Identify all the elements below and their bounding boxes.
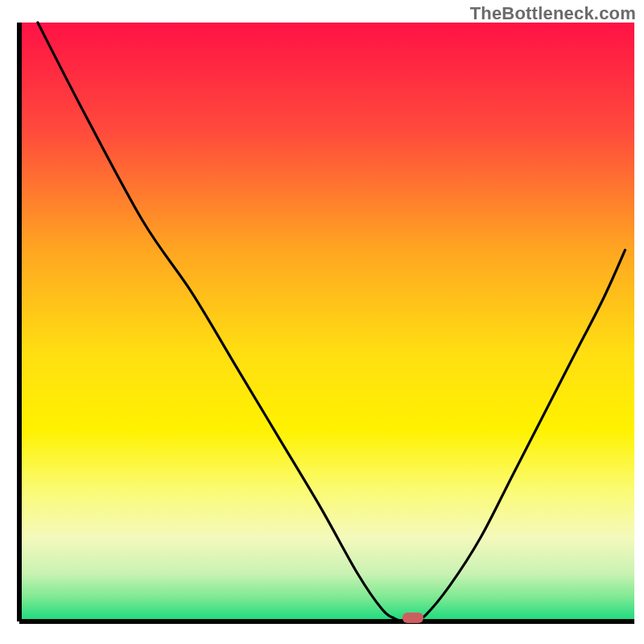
chart-container: TheBottleneck.com (0, 0, 644, 644)
watermark-label: TheBottleneck.com (470, 3, 636, 24)
plot-background (19, 23, 634, 621)
min-marker (402, 613, 423, 623)
bottleneck-chart (0, 0, 644, 644)
